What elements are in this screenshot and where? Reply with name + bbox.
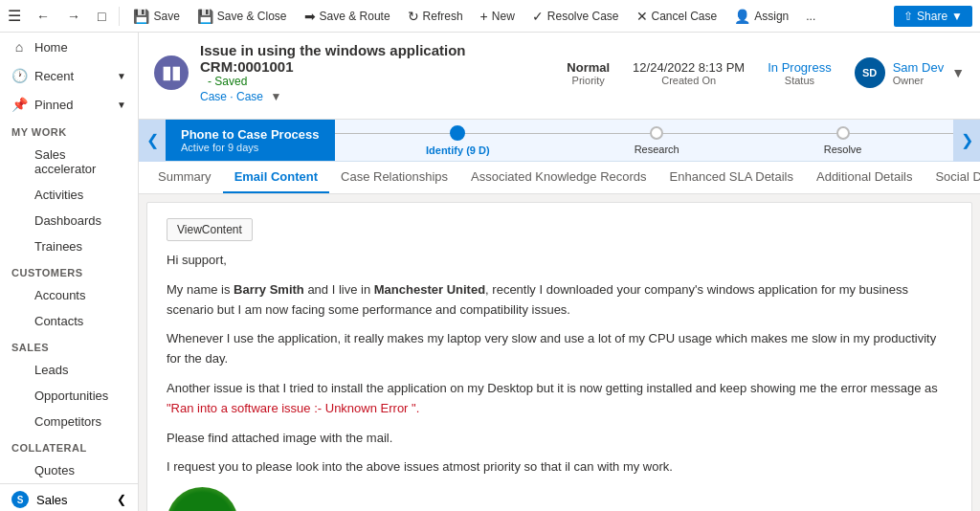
case-title-area: Issue in using the windows application C… <box>200 42 555 103</box>
email-para3: Another issue is that I tried to install… <box>167 379 952 419</box>
tabs-bar: Summary Email Content Case Relationships… <box>139 162 980 194</box>
sidebar-item-home[interactable]: ⌂ Home <box>0 33 138 61</box>
sidebar-item-sales-accelerator[interactable]: Sales accelerator <box>0 142 138 182</box>
email-content-wrapper: ViewContent Hi support, My name is Barry… <box>139 194 980 511</box>
case-owner: SD Sam Dev Owner ▼ <box>855 57 965 88</box>
case-header: ▮▮ Issue in using the windows applicatio… <box>139 33 980 120</box>
email-content-card: ViewContent Hi support, My name is Barry… <box>146 202 972 511</box>
process-steps: Identify (9 D) Research Resolve <box>335 125 954 156</box>
collateral-section: Collateral <box>0 434 138 457</box>
tab-sla-details[interactable]: Enhanced SLA Details <box>658 162 805 193</box>
sidebar: ⌂ Home 🕐 Recent ▼ 📌 Pinned ▼ My Work Sal… <box>0 33 139 511</box>
tab-social-details[interactable]: Social Details <box>924 162 980 193</box>
back-button[interactable]: ← <box>29 5 57 28</box>
priority-meta: Normal Priority <box>567 60 610 86</box>
save-button[interactable]: 💾 Save <box>125 5 187 28</box>
case-title: Issue in using the windows application C… <box>200 42 555 75</box>
pin-icon: 📌 <box>11 97 27 112</box>
process-forward-button[interactable]: ❯ <box>953 120 980 162</box>
attachment-image: ✓ <box>167 487 238 511</box>
sidebar-item-recent[interactable]: 🕐 Recent ▼ <box>0 61 138 90</box>
sidebar-item-dashboards[interactable]: Dashboards <box>0 208 138 233</box>
share-button[interactable]: ⇧ Share ▼ <box>894 6 972 27</box>
sidebar-bottom-sales[interactable]: S Sales ❮ <box>0 483 138 511</box>
new-tab-button[interactable]: □ <box>90 5 113 28</box>
owner-expand-icon[interactable]: ▼ <box>951 65 965 80</box>
my-work-section: My Work <box>0 119 138 142</box>
process-bar: ❮ Phone to Case Process Active for 9 day… <box>139 120 980 162</box>
sidebar-item-trainees[interactable]: Trainees <box>0 233 138 259</box>
refresh-button[interactable]: ↻ Refresh <box>400 5 471 28</box>
case-icon: ▮▮ <box>154 56 189 90</box>
sales-section: Sales <box>0 334 138 357</box>
process-active-label: Phone to Case Process Active for 9 days <box>166 120 335 161</box>
forward-button[interactable]: → <box>59 5 88 28</box>
owner-info: Sam Dev Owner <box>893 60 944 86</box>
home-icon: ⌂ <box>11 39 27 55</box>
created-on-meta: 12/24/2022 8:13 PM Created On <box>633 60 745 86</box>
step-circle-identify <box>450 125 465 141</box>
resolve-case-button[interactable]: ✓ Resolve Case <box>524 5 627 28</box>
sidebar-item-pinned[interactable]: 📌 Pinned ▼ <box>0 90 138 119</box>
step-label-identify: Identify (9 D) <box>426 144 490 156</box>
customers-section: Customers <box>0 259 138 282</box>
chevron-down-icon: ▼ <box>117 71 126 81</box>
process-step-resolve[interactable]: Resolve <box>824 126 862 155</box>
sidebar-item-contacts[interactable]: Contacts <box>0 308 138 334</box>
sidebar-item-quotes[interactable]: Quotes <box>0 457 138 483</box>
tab-knowledge-records[interactable]: Associated Knowledge Records <box>459 162 658 193</box>
email-greeting: Hi support, <box>167 251 952 271</box>
email-para2: Whenever I use the application, it reall… <box>167 329 952 369</box>
tab-email-content[interactable]: Email Content <box>223 162 329 193</box>
step-circle-research <box>650 126 663 140</box>
view-content-button[interactable]: ViewContent <box>167 218 253 241</box>
process-step-research[interactable]: Research <box>635 126 679 155</box>
checkmark-icon: ✓ <box>189 496 217 511</box>
step-circle-resolve <box>836 126 850 140</box>
tab-summary[interactable]: Summary <box>146 162 223 193</box>
expand-icon: ❮ <box>117 493 126 506</box>
email-para4: Please find attached image with the mail… <box>167 429 952 449</box>
share-icon: ⇧ <box>903 10 913 23</box>
pause-icon: ▮▮ <box>162 62 181 83</box>
separator <box>119 7 120 26</box>
case-saved-indicator: - Saved <box>208 75 247 88</box>
clock-icon: 🕐 <box>11 68 27 83</box>
email-para1: My name is Barry Smith and I live in Man… <box>167 280 952 321</box>
case-meta: Normal Priority 12/24/2022 8:13 PM Creat… <box>567 57 965 88</box>
tab-case-relationships[interactable]: Case Relationships <box>329 162 459 193</box>
sidebar-item-activities[interactable]: Activities <box>0 182 138 208</box>
case-breadcrumb: Case · Case ▼ <box>200 90 555 103</box>
sales-badge: S <box>11 491 29 508</box>
sidebar-item-leads[interactable]: Leads <box>0 357 138 383</box>
more-button[interactable]: ... <box>798 6 823 27</box>
save-route-button[interactable]: ➡ Save & Route <box>297 5 398 28</box>
content-area: ▮▮ Issue in using the windows applicatio… <box>139 33 980 511</box>
assign-button[interactable]: 👤 Assign <box>726 5 796 28</box>
sidebar-item-accounts[interactable]: Accounts <box>0 282 138 308</box>
sidebar-item-competitors[interactable]: Competitors <box>0 409 138 434</box>
status-meta: In Progress Status <box>768 60 831 86</box>
owner-avatar: SD <box>855 57 885 88</box>
sidebar-item-opportunities[interactable]: Opportunities <box>0 383 138 409</box>
email-para5: I request you to please look into the ab… <box>167 457 952 478</box>
chevron-down-icon: ▼ <box>117 100 126 110</box>
cancel-case-button[interactable]: ✕ Cancel Case <box>629 5 725 28</box>
email-body: Hi support, My name is Barry Smith and I… <box>167 251 952 511</box>
hamburger-icon[interactable]: ☰ <box>8 7 21 25</box>
main-layout: ⌂ Home 🕐 Recent ▼ 📌 Pinned ▼ My Work Sal… <box>0 33 980 511</box>
save-close-button[interactable]: 💾 Save & Close <box>189 5 295 28</box>
step-label-research: Research <box>635 144 679 155</box>
new-button[interactable]: + New <box>473 5 523 28</box>
process-back-button[interactable]: ❮ <box>139 120 166 162</box>
tab-additional-details[interactable]: Additional Details <box>805 162 924 193</box>
step-label-resolve: Resolve <box>824 144 862 155</box>
chevron-down-icon: ▼ <box>951 10 963 23</box>
process-step-identify[interactable]: Identify (9 D) <box>426 125 490 156</box>
chevron-down-icon[interactable]: ▼ <box>270 90 281 103</box>
toolbar: ☰ ← → □ 💾 Save 💾 Save & Close ➡ Save & R… <box>0 0 980 33</box>
